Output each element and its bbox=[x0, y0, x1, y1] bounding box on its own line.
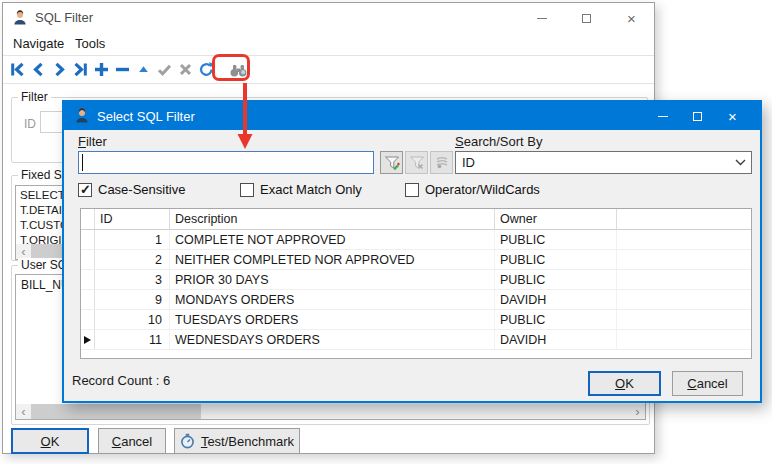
checkbox-label: Exact Match Only bbox=[260, 182, 362, 197]
cell-id: 3 bbox=[95, 270, 170, 289]
row-selector-cell bbox=[81, 250, 95, 269]
first-record-button[interactable] bbox=[7, 57, 28, 83]
selected-row-arrow-icon bbox=[84, 336, 91, 344]
search-sort-label: Search/Sort By bbox=[455, 134, 542, 149]
cell-id: 11 bbox=[95, 330, 170, 349]
cell-description: MONDAYS ORDERS bbox=[170, 290, 495, 309]
insert-record-icon bbox=[93, 61, 110, 78]
next-record-icon bbox=[51, 61, 68, 78]
cell-description: WEDNESDAYS ORDERS bbox=[170, 330, 495, 349]
menu-tools[interactable]: Tools bbox=[75, 36, 105, 51]
exact-match-checkbox[interactable]: Exact Match Only bbox=[240, 182, 362, 197]
cell-id: 9 bbox=[95, 290, 170, 309]
checkbox-label: Operator/WildCards bbox=[425, 182, 540, 197]
minimize-icon bbox=[658, 116, 668, 117]
clear-filter-icon bbox=[409, 155, 425, 171]
filter-options-button[interactable] bbox=[430, 151, 453, 174]
menu-navigate[interactable]: Navigate bbox=[13, 36, 64, 51]
dialog-maximize-button[interactable] bbox=[680, 102, 715, 130]
cell-owner: PUBLIC bbox=[495, 310, 617, 329]
grid-corner-cell bbox=[81, 209, 95, 229]
delete-record-icon bbox=[114, 61, 131, 78]
filter-input[interactable] bbox=[78, 151, 374, 174]
table-row[interactable]: 1COMPLETE NOT APPROVEDPUBLIC bbox=[81, 230, 751, 250]
row-selector-cell bbox=[81, 290, 95, 309]
checkbox-box-0 bbox=[78, 183, 92, 197]
cell-description: PRIOR 30 DAYS bbox=[170, 270, 495, 289]
prior-record-icon bbox=[30, 61, 47, 78]
filter-results-grid: ID Description Owner 1COMPLETE NOT APPRO… bbox=[80, 208, 752, 359]
search-sort-combobox[interactable]: ID bbox=[455, 151, 752, 174]
prior-record-button[interactable] bbox=[28, 57, 49, 83]
window-title: SQL Filter bbox=[35, 10, 93, 25]
filter-group-label: Filter bbox=[18, 90, 51, 104]
scroll-left-icon[interactable]: ‹ bbox=[16, 404, 31, 419]
cell-id: 10 bbox=[95, 310, 170, 329]
case-sensitive-checkbox[interactable]: Case-Sensitive bbox=[78, 182, 185, 197]
cell-description: NEITHER COMPLETED NOR APPROVED bbox=[170, 250, 495, 269]
user-sql-hscrollbar[interactable]: ‹ › bbox=[16, 404, 645, 419]
next-record-button[interactable] bbox=[49, 57, 70, 83]
scroll-left-icon[interactable]: ‹ bbox=[16, 244, 31, 259]
post-edit-button[interactable] bbox=[154, 57, 175, 83]
last-record-icon bbox=[72, 61, 89, 78]
test-benchmark-label: Test/Benchmark bbox=[201, 434, 294, 449]
select-sql-filter-dialog: Select SQL Filter × Filter bbox=[62, 100, 762, 403]
cell-description: TUESDAYS ORDERS bbox=[170, 310, 495, 329]
dialog-window-controls: × bbox=[645, 102, 750, 130]
id-label: ID bbox=[24, 117, 36, 131]
last-record-button[interactable] bbox=[70, 57, 91, 83]
ok-button-label: OK bbox=[615, 376, 634, 391]
cancel-edit-button[interactable] bbox=[175, 57, 196, 83]
filter-options-icon bbox=[434, 155, 450, 171]
column-header-description[interactable]: Description bbox=[170, 209, 495, 229]
dialog-titlebar[interactable]: Select SQL Filter × bbox=[64, 102, 760, 130]
operator-wildcards-checkbox[interactable]: Operator/WildCards bbox=[405, 182, 540, 197]
maximize-button[interactable] bbox=[564, 3, 609, 33]
cell-description: COMPLETE NOT APPROVED bbox=[170, 230, 495, 249]
dialog-ok-button[interactable]: OK bbox=[588, 371, 661, 396]
minimize-button[interactable] bbox=[519, 3, 564, 33]
table-row[interactable]: 9MONDAYS ORDERSDAVIDH bbox=[81, 290, 751, 310]
close-button[interactable]: × bbox=[609, 3, 654, 33]
red-highlight-box bbox=[212, 54, 250, 81]
ok-button-label: OK bbox=[41, 434, 60, 449]
cancel-button[interactable]: Cancel bbox=[98, 428, 166, 454]
checkbox-box-2 bbox=[405, 183, 419, 197]
menu-bar: Navigate Tools bbox=[3, 33, 654, 55]
stopwatch-icon bbox=[180, 433, 195, 449]
checkbox-label: Case-Sensitive bbox=[98, 182, 185, 197]
ok-button[interactable]: OK bbox=[11, 428, 89, 454]
cell-owner: PUBLIC bbox=[495, 230, 617, 249]
clear-filter-button[interactable] bbox=[405, 151, 428, 174]
apply-filter-button[interactable] bbox=[380, 151, 403, 174]
check-icon bbox=[156, 61, 173, 78]
main-titlebar[interactable]: SQL Filter × bbox=[3, 3, 654, 33]
dialog-close-button[interactable]: × bbox=[715, 102, 750, 130]
cell-id: 2 bbox=[95, 250, 170, 269]
chevron-down-icon bbox=[729, 159, 751, 166]
dialog-cancel-button[interactable]: Cancel bbox=[672, 371, 743, 396]
dialog-body: Filter bbox=[64, 130, 760, 401]
test-benchmark-button[interactable]: Test/Benchmark bbox=[174, 428, 300, 454]
table-row[interactable]: 2NEITHER COMPLETED NOR APPROVEDPUBLIC bbox=[81, 250, 751, 270]
grid-header-row: ID Description Owner bbox=[81, 209, 751, 230]
person-app-icon bbox=[74, 108, 90, 124]
column-header-owner[interactable]: Owner bbox=[495, 209, 617, 229]
scroll-thumb[interactable] bbox=[31, 404, 201, 419]
table-row[interactable]: 10TUESDAYS ORDERSPUBLIC bbox=[81, 310, 751, 330]
table-row[interactable]: 3PRIOR 30 DAYSPUBLIC bbox=[81, 270, 751, 290]
dialog-minimize-button[interactable] bbox=[645, 102, 680, 130]
filter-label: Filter bbox=[78, 134, 107, 149]
scroll-right-icon[interactable]: › bbox=[630, 404, 645, 419]
x-icon bbox=[177, 61, 194, 78]
edit-record-button[interactable] bbox=[133, 57, 154, 83]
table-row[interactable]: 11WEDNESDAYS ORDERSDAVIDH bbox=[81, 330, 751, 350]
column-header-id[interactable]: ID bbox=[95, 209, 170, 229]
cell-owner: PUBLIC bbox=[495, 250, 617, 269]
edit-record-icon bbox=[135, 61, 152, 78]
insert-record-button[interactable] bbox=[91, 57, 112, 83]
cancel-button-label: Cancel bbox=[112, 434, 152, 449]
person-app-icon bbox=[12, 10, 28, 26]
delete-record-button[interactable] bbox=[112, 57, 133, 83]
